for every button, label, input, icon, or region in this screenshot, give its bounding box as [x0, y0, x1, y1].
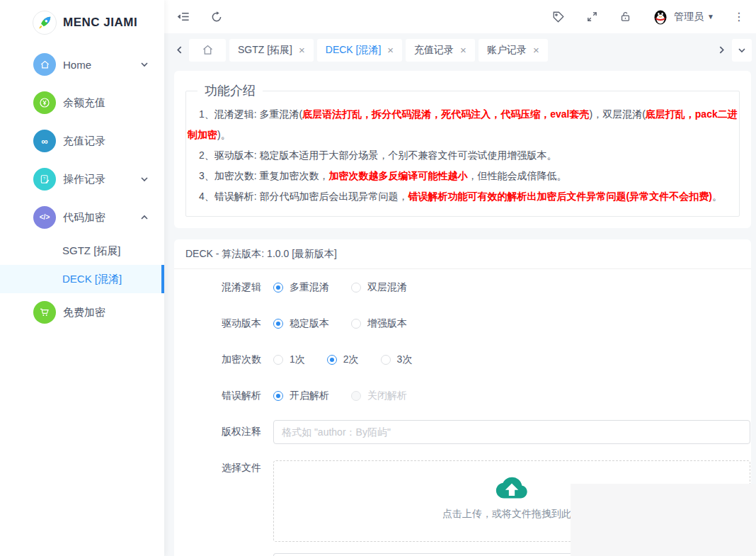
radio-option[interactable]: 双层混淆: [351, 281, 407, 294]
form-label: 驱动版本: [174, 317, 261, 330]
tabbar: SGTZ [拓展] × DECK [混淆] × 充值记录 × 账户记录 ×: [164, 33, 756, 67]
copyright-input[interactable]: [273, 420, 750, 444]
app-title: MENC JIAMI: [63, 16, 137, 30]
radio-option[interactable]: 3次: [381, 353, 413, 366]
tab-sgtz[interactable]: SGTZ [拓展] ×: [229, 39, 314, 62]
intro-item: 4、错误解析: 部分代码加密后会出现异常问题，错误解析功能可有效的解析出加密后文…: [188, 186, 738, 207]
tab-recharge-records[interactable]: 充值记录 ×: [406, 39, 475, 62]
topbar: 管理员 ▼ ⋮: [164, 0, 756, 33]
intro-fieldset: 功能介绍 1、混淆逻辑: 多重混淆(底层语法打乱，拆分代码混淆，死代码注入，代码…: [185, 82, 740, 217]
intro-item: 2、驱动版本: 稳定版本适用于大部分场景，个别不兼容文件可尝试使用增强版本。: [188, 145, 738, 166]
avatar[interactable]: [652, 8, 669, 25]
radio-option-label: 2次: [343, 353, 359, 366]
close-icon[interactable]: ×: [299, 45, 305, 55]
radio-option[interactable]: 增强版本: [351, 317, 407, 330]
radio-group-driver-version: 稳定版本增强版本: [273, 317, 429, 330]
radio-unchecked-icon: [351, 391, 361, 401]
sidebar-item-operation-records[interactable]: ? 操作记录: [0, 160, 164, 198]
close-icon[interactable]: ×: [533, 45, 539, 55]
radio-unchecked-icon[interactable]: [273, 355, 283, 365]
infinity-glyph: ∞: [41, 137, 47, 146]
more-menu-icon[interactable]: ⋮: [731, 8, 748, 25]
intro-text: 2、驱动版本: 稳定版本适用于大部分场景，个别不兼容文件可尝试使用增强版本。: [199, 149, 557, 161]
radio-unchecked-icon[interactable]: [381, 355, 391, 365]
main-area: 管理员 ▼ ⋮ SGTZ [拓展] × DECK [混淆] × 充值记录 × 账…: [164, 0, 756, 556]
sidebar-item-label: 免费加密: [63, 306, 105, 319]
tab-deck[interactable]: DECK [混淆] ×: [317, 39, 402, 62]
floating-panel: [571, 484, 756, 556]
sidebar-item-sgtz[interactable]: SGTZ [拓展]: [0, 237, 164, 265]
tabs-dropdown-icon[interactable]: [732, 39, 752, 62]
form-row-obfuscation-logic: 混淆逻辑 多重混淆双层混淆: [174, 269, 751, 305]
tab-label: SGTZ [拓展]: [238, 44, 292, 57]
radio-option[interactable]: 1次: [273, 353, 305, 366]
radio-option[interactable]: 2次: [327, 353, 359, 366]
intro-item: 3、加密次数: 重复加密次数，加密次数越多反编译可能性越小，但性能会成倍降低。: [188, 166, 738, 186]
fullscreen-icon[interactable]: [583, 8, 600, 25]
intro-card: 功能介绍 1、混淆逻辑: 多重混淆(底层语法打乱，拆分代码混淆，死代码注入，代码…: [174, 71, 751, 228]
form-row-driver-version: 驱动版本 稳定版本增强版本: [174, 305, 751, 341]
tag-icon[interactable]: [550, 8, 567, 25]
tabs-scroll-left-icon[interactable]: [173, 45, 185, 55]
radio-option[interactable]: 多重混淆: [273, 281, 329, 294]
radio-option[interactable]: 稳定版本: [273, 317, 329, 330]
sidebar-item-deck[interactable]: DECK [混淆]: [0, 265, 164, 293]
sidebar-item-label: 余额充值: [63, 96, 105, 110]
form-row-copyright: 版权注释: [174, 414, 751, 450]
sidebar-item-label: 充值记录: [63, 135, 105, 148]
radio-option-label: 增强版本: [367, 317, 407, 330]
intro-legend: 功能介绍: [197, 82, 263, 99]
radio-option-label: 多重混淆: [290, 281, 329, 294]
unlock-icon[interactable]: [617, 8, 634, 25]
refresh-icon[interactable]: [208, 8, 225, 25]
radio-option[interactable]: 开启解析: [273, 390, 329, 402]
radio-checked-icon[interactable]: [273, 319, 283, 329]
tabs-scroll-right-icon[interactable]: [715, 45, 728, 55]
infinity-icon: ∞: [33, 130, 56, 152]
tab-label: DECK [混淆]: [326, 44, 382, 57]
intro-text: )，双层混淆(: [589, 108, 645, 120]
form-row-encrypt-times: 加密次数 1次2次3次: [174, 341, 751, 378]
cart-icon: [33, 301, 56, 324]
radio-checked-icon[interactable]: [273, 391, 283, 401]
sidebar-item-recharge-records[interactable]: ∞ 充值记录: [0, 122, 164, 160]
radio-option-label: 3次: [397, 353, 413, 366]
tab-account-records[interactable]: 账户记录 ×: [479, 39, 548, 62]
sidebar-item-free-encrypt[interactable]: 免费加密: [0, 293, 164, 331]
code-glyph: </>: [40, 214, 50, 221]
radio-group-encrypt-times: 1次2次3次: [273, 353, 434, 366]
username[interactable]: 管理员: [674, 11, 704, 23]
close-icon[interactable]: ×: [387, 45, 394, 55]
collapse-sidebar-icon[interactable]: [175, 8, 192, 25]
form-label: 版权注释: [174, 426, 261, 438]
form-label: 加密次数: [174, 353, 261, 366]
intro-text: ，但性能会成倍降低。: [468, 170, 567, 181]
intro-text: 4、错误解析: 部分代码加密后会出现异常问题，: [199, 191, 408, 202]
radio-unchecked-icon[interactable]: [351, 319, 361, 329]
sidebar-item-code-encrypt[interactable]: </> 代码加密: [0, 198, 164, 237]
tab-label: 充值记录: [414, 44, 454, 57]
radio-option-label: 稳定版本: [290, 317, 329, 330]
rocket-logo-icon: [33, 11, 57, 35]
user-caret-icon[interactable]: ▼: [707, 13, 714, 21]
copyright-field-wrap: [273, 420, 750, 444]
code-icon: </>: [33, 206, 56, 229]
intro-highlight-text: 加密次数越多反编译可能性越小: [329, 170, 468, 181]
tab-home[interactable]: [189, 39, 226, 62]
radio-group-obfuscation-logic: 多重混淆双层混淆: [273, 281, 429, 294]
coin-icon: [33, 91, 56, 114]
intro-text: 3、加密次数: 重复加密次数，: [199, 170, 329, 181]
radio-unchecked-icon[interactable]: [351, 283, 361, 293]
close-icon[interactable]: ×: [460, 45, 466, 55]
sidebar-item-home[interactable]: Home: [0, 45, 164, 84]
sidebar-item-balance-recharge[interactable]: 余额充值: [0, 84, 164, 122]
radio-checked-icon[interactable]: [327, 355, 337, 365]
intro-text: )。: [217, 129, 231, 140]
radio-checked-icon[interactable]: [273, 283, 283, 293]
content-area: 功能介绍 1、混淆逻辑: 多重混淆(底层语法打乱，拆分代码混淆，死代码注入，代码…: [164, 67, 756, 556]
intro-item: 1、混淆逻辑: 多重混淆(底层语法打乱，拆分代码混淆，死代码注入，代码压缩，ev…: [188, 104, 738, 145]
topbar-right: 管理员 ▼ ⋮: [534, 8, 748, 25]
tab-label: 账户记录: [487, 44, 527, 57]
sidebar-item-label: 代码加密: [63, 211, 105, 225]
radio-option-label: 双层混淆: [367, 281, 407, 294]
